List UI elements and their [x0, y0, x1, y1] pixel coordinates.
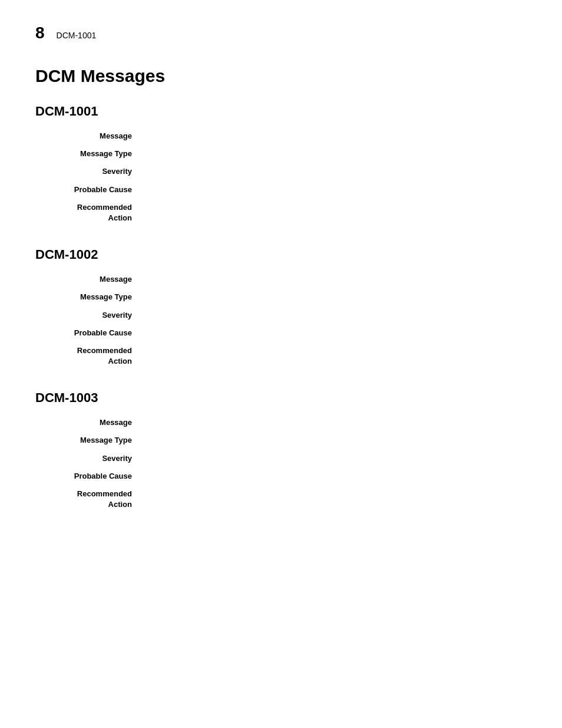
- field-label-recommended-action-1003: RecommendedAction: [47, 489, 141, 510]
- message-block-dcm-1001: DCM-1001 Message Message Type Severity P…: [35, 104, 527, 223]
- page-header: 8 DCM-1001: [35, 24, 527, 42]
- field-row-probable-cause-1002: Probable Cause: [35, 328, 527, 338]
- message-id-dcm-1001: DCM-1001: [35, 104, 527, 119]
- field-row-message-type-1003: Message Type: [35, 435, 527, 446]
- field-label-probable-cause-1003: Probable Cause: [47, 471, 141, 482]
- field-value-message-1001: [141, 131, 527, 141]
- field-label-message-1002: Message: [47, 274, 141, 285]
- page-number: 8: [35, 24, 45, 42]
- field-value-message-type-1002: [141, 292, 527, 302]
- field-label-message-type-1002: Message Type: [47, 292, 141, 302]
- field-row-recommended-action-1003: RecommendedAction: [35, 489, 527, 510]
- field-row-message-1001: Message: [35, 131, 527, 141]
- message-id-dcm-1002: DCM-1002: [35, 247, 527, 262]
- field-value-probable-cause-1003: [141, 471, 527, 482]
- messages-container: DCM-1001 Message Message Type Severity P…: [35, 104, 527, 510]
- field-value-probable-cause-1002: [141, 328, 527, 338]
- page-subtitle: DCM-1001: [57, 31, 97, 40]
- field-row-severity-1003: Severity: [35, 453, 527, 464]
- field-label-recommended-action-1001: RecommendedAction: [47, 202, 141, 223]
- field-value-message-type-1001: [141, 149, 527, 159]
- field-label-severity-1002: Severity: [47, 310, 141, 321]
- field-row-recommended-action-1002: RecommendedAction: [35, 345, 527, 367]
- field-row-recommended-action-1001: RecommendedAction: [35, 202, 527, 223]
- field-value-message-type-1003: [141, 435, 527, 446]
- field-label-probable-cause-1002: Probable Cause: [47, 328, 141, 338]
- field-value-recommended-action-1002: [141, 345, 527, 367]
- field-value-severity-1002: [141, 310, 527, 321]
- field-row-message-type-1002: Message Type: [35, 292, 527, 302]
- field-label-severity-1001: Severity: [47, 166, 141, 177]
- field-row-message-type-1001: Message Type: [35, 149, 527, 159]
- field-value-recommended-action-1003: [141, 489, 527, 510]
- field-row-message-1003: Message: [35, 417, 527, 428]
- field-label-message-type-1001: Message Type: [47, 149, 141, 159]
- field-row-severity-1002: Severity: [35, 310, 527, 321]
- field-value-probable-cause-1001: [141, 185, 527, 195]
- field-row-severity-1001: Severity: [35, 166, 527, 177]
- field-label-recommended-action-1002: RecommendedAction: [47, 345, 141, 367]
- field-label-message-1003: Message: [47, 417, 141, 428]
- field-row-probable-cause-1003: Probable Cause: [35, 471, 527, 482]
- message-id-dcm-1003: DCM-1003: [35, 390, 527, 406]
- section-title: DCM Messages: [35, 66, 527, 86]
- field-label-probable-cause-1001: Probable Cause: [47, 185, 141, 195]
- field-value-message-1002: [141, 274, 527, 285]
- message-block-dcm-1002: DCM-1002 Message Message Type Severity P…: [35, 247, 527, 367]
- field-row-message-1002: Message: [35, 274, 527, 285]
- field-label-message-1001: Message: [47, 131, 141, 141]
- field-label-message-type-1003: Message Type: [47, 435, 141, 446]
- field-value-recommended-action-1001: [141, 202, 527, 223]
- field-label-severity-1003: Severity: [47, 453, 141, 464]
- field-value-severity-1003: [141, 453, 527, 464]
- field-value-message-1003: [141, 417, 527, 428]
- field-value-severity-1001: [141, 166, 527, 177]
- field-row-probable-cause-1001: Probable Cause: [35, 185, 527, 195]
- message-block-dcm-1003: DCM-1003 Message Message Type Severity P…: [35, 390, 527, 510]
